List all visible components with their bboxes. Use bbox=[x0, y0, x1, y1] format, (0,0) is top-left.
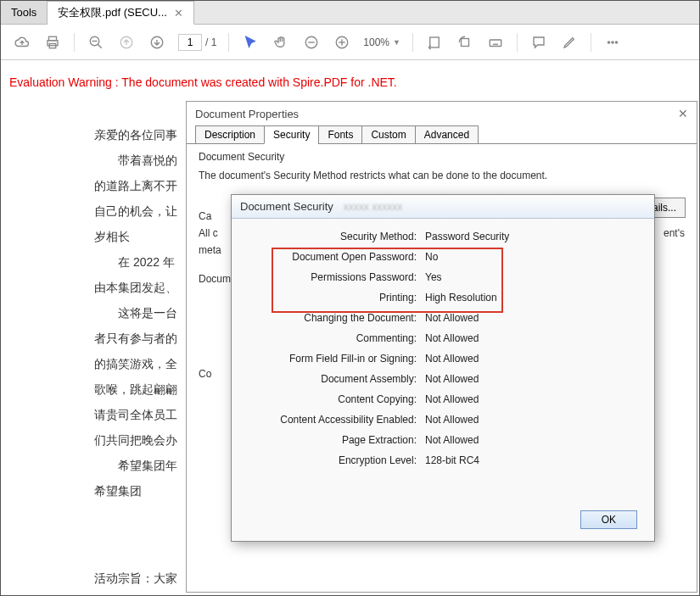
tab-fonts[interactable]: Fonts bbox=[318, 125, 362, 144]
zoom-selector[interactable]: 100% ▼ bbox=[363, 36, 400, 48]
partial-text: ent's bbox=[664, 227, 685, 239]
security-value: High Resolution bbox=[425, 292, 497, 304]
separator bbox=[74, 33, 75, 52]
svg-rect-13 bbox=[430, 37, 440, 47]
security-value: Not Allowed bbox=[425, 332, 479, 344]
svg-point-20 bbox=[608, 41, 609, 42]
tab-custom[interactable]: Custom bbox=[361, 125, 415, 144]
dialog-titlebar: Document Security xxxxx xxxxxx bbox=[232, 195, 654, 219]
separator bbox=[228, 33, 229, 52]
print-icon[interactable] bbox=[43, 33, 62, 52]
security-value: Not Allowed bbox=[425, 434, 479, 446]
select-tool-icon[interactable] bbox=[241, 33, 260, 52]
svg-rect-14 bbox=[461, 38, 468, 46]
security-key: Commenting: bbox=[247, 332, 425, 344]
dialog-titlebar: Document Properties ✕ bbox=[187, 102, 697, 125]
security-value: Not Allowed bbox=[425, 373, 479, 385]
cloud-upload-icon[interactable] bbox=[13, 33, 31, 52]
separator bbox=[517, 33, 518, 52]
security-key: Form Field Fill-in or Signing: bbox=[247, 353, 425, 365]
security-row: Encryption Level:128-bit RC4 bbox=[247, 454, 639, 466]
security-value: Not Allowed bbox=[425, 414, 479, 426]
security-key: Document Assembly: bbox=[247, 373, 425, 385]
rotate-icon[interactable] bbox=[456, 33, 474, 52]
security-key: Security Method: bbox=[247, 231, 425, 242]
security-key: Page Extraction: bbox=[247, 434, 425, 446]
tab-tools[interactable]: Tools bbox=[1, 0, 48, 24]
zoom-plus-icon[interactable] bbox=[333, 33, 351, 52]
security-key: Content Accessibility Enabled: bbox=[247, 414, 425, 426]
zoom-value: 100% bbox=[363, 36, 389, 48]
more-icon[interactable] bbox=[603, 33, 622, 52]
partial-text: Co bbox=[199, 368, 231, 380]
security-value: Not Allowed bbox=[425, 393, 479, 405]
document-text-line: 活动宗旨：大家 bbox=[94, 571, 177, 587]
tab-advanced[interactable]: Advanced bbox=[415, 125, 479, 144]
security-row: Permissions Password:Yes bbox=[247, 271, 639, 283]
properties-tabs: DescriptionSecurityFontsCustomAdvanced bbox=[187, 125, 697, 144]
security-key: Document Open Password: bbox=[247, 251, 425, 263]
security-row: Changing the Document:Not Allowed bbox=[247, 312, 639, 324]
security-row: Security Method:Password Security bbox=[247, 231, 639, 242]
tab-label: Tools bbox=[11, 6, 36, 19]
security-value: No bbox=[425, 251, 438, 263]
security-details: Security Method:Password SecurityDocumen… bbox=[232, 219, 654, 487]
section-heading: Document Security bbox=[199, 151, 685, 163]
evaluation-warning: Evaluation Warning : The document was cr… bbox=[9, 75, 691, 89]
page-total: / 1 bbox=[205, 36, 216, 48]
security-value: Not Allowed bbox=[425, 312, 479, 324]
document-security-dialog: Document Security xxxxx xxxxxx Security … bbox=[231, 194, 655, 542]
security-row: Content Accessibility Enabled:Not Allowe… bbox=[247, 414, 639, 426]
security-value: Not Allowed bbox=[425, 353, 479, 365]
security-row: Commenting:Not Allowed bbox=[247, 332, 639, 344]
partial-text: meta bbox=[199, 244, 221, 256]
section-desc: The document's Security Method restricts… bbox=[199, 170, 685, 181]
security-value: Password Security bbox=[425, 231, 509, 242]
tab-description[interactable]: Description bbox=[195, 125, 265, 144]
partial-text: All c bbox=[199, 227, 218, 239]
page-down-icon[interactable] bbox=[148, 33, 166, 52]
partial-text: Ca bbox=[199, 210, 231, 222]
svg-rect-15 bbox=[490, 40, 501, 47]
separator bbox=[412, 33, 413, 52]
fit-width-icon[interactable] bbox=[425, 33, 444, 52]
ok-button[interactable]: OK bbox=[580, 510, 637, 529]
page-number: / 1 bbox=[178, 34, 216, 51]
security-value: Yes bbox=[425, 271, 442, 283]
security-row: Document Open Password:No bbox=[247, 251, 639, 263]
page-up-icon[interactable] bbox=[117, 33, 136, 52]
svg-point-22 bbox=[615, 41, 617, 42]
security-key: Printing: bbox=[247, 292, 425, 304]
keyboard-icon[interactable] bbox=[486, 33, 505, 52]
dialog-title: Document Properties bbox=[195, 108, 299, 120]
tab-document[interactable]: 安全权限.pdf (SECU... ✕ bbox=[48, 1, 194, 25]
caret-down-icon: ▼ bbox=[393, 38, 400, 47]
svg-point-21 bbox=[612, 41, 613, 42]
toolbar: / 1 100% ▼ bbox=[1, 25, 699, 60]
security-value: 128-bit RC4 bbox=[425, 454, 479, 466]
blurred-text: xxxxx xxxxxx bbox=[344, 201, 402, 213]
security-key: Encryption Level: bbox=[247, 454, 425, 466]
security-key: Changing the Document: bbox=[247, 312, 425, 324]
close-icon[interactable]: ✕ bbox=[174, 7, 183, 19]
page-input[interactable] bbox=[178, 34, 202, 51]
zoom-out-icon[interactable] bbox=[87, 33, 105, 52]
dialog-title: Document Security bbox=[240, 200, 333, 213]
pencil-icon[interactable] bbox=[560, 33, 579, 52]
comment-icon[interactable] bbox=[529, 33, 548, 52]
security-row: Document Assembly:Not Allowed bbox=[247, 373, 639, 385]
security-key: Permissions Password: bbox=[247, 271, 425, 283]
security-row: Page Extraction:Not Allowed bbox=[247, 434, 639, 446]
tab-security[interactable]: Security bbox=[264, 125, 319, 144]
close-icon[interactable]: ✕ bbox=[678, 107, 688, 120]
svg-line-5 bbox=[98, 44, 102, 48]
tab-label: 安全权限.pdf (SECU... bbox=[58, 5, 167, 20]
security-key: Content Copying: bbox=[247, 393, 425, 405]
hand-tool-icon[interactable] bbox=[272, 33, 290, 52]
separator bbox=[591, 33, 591, 52]
security-row: Printing:High Resolution bbox=[247, 292, 639, 304]
security-row: Content Copying:Not Allowed bbox=[247, 393, 639, 405]
zoom-minus-icon[interactable] bbox=[302, 33, 321, 52]
tab-strip: Tools 安全权限.pdf (SECU... ✕ bbox=[1, 1, 699, 25]
security-row: Form Field Fill-in or Signing:Not Allowe… bbox=[247, 353, 639, 365]
